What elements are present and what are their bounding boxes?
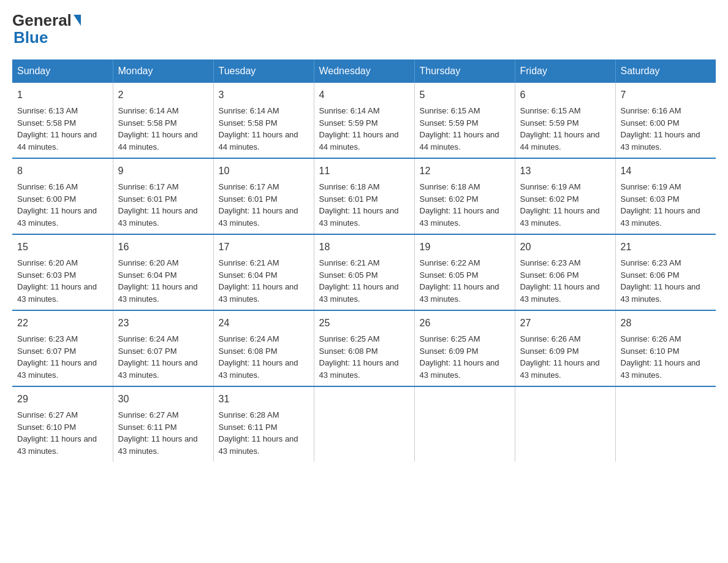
sunrise-info: Sunrise: 6:19 AM (621, 182, 681, 191)
sunset-info: Sunset: 6:05 PM (420, 270, 479, 280)
sunset-info: Sunset: 6:07 PM (118, 347, 177, 356)
calendar-cell: 4Sunrise: 6:14 AMSunset: 5:59 PMDaylight… (314, 83, 414, 158)
sunrise-info: Sunrise: 6:16 AM (17, 182, 78, 191)
day-number: 16 (118, 240, 208, 255)
sunrise-info: Sunrise: 6:26 AM (621, 334, 681, 343)
column-header-monday: Monday (113, 59, 213, 83)
sunset-info: Sunset: 5:59 PM (420, 118, 479, 128)
day-number: 19 (420, 240, 510, 255)
daylight-info: Daylight: 11 hours and 44 minutes. (219, 130, 298, 151)
day-number: 13 (520, 164, 610, 178)
sunrise-info: Sunrise: 6:16 AM (621, 106, 681, 115)
sunrise-info: Sunrise: 6:13 AM (17, 106, 78, 115)
daylight-info: Daylight: 11 hours and 43 minutes. (520, 358, 600, 380)
daylight-info: Daylight: 11 hours and 43 minutes. (621, 282, 700, 304)
calendar-cell: 28Sunrise: 6:26 AMSunset: 6:10 PMDayligh… (615, 310, 716, 386)
sunrise-info: Sunrise: 6:20 AM (17, 258, 78, 267)
calendar-cell (314, 386, 414, 462)
sunrise-info: Sunrise: 6:14 AM (219, 106, 279, 115)
sunset-info: Sunset: 5:59 PM (520, 118, 579, 128)
daylight-info: Daylight: 11 hours and 43 minutes. (17, 282, 97, 304)
day-number: 4 (319, 88, 409, 102)
sunset-info: Sunset: 6:02 PM (520, 194, 579, 204)
day-number: 21 (621, 240, 711, 255)
calendar-cell: 11Sunrise: 6:18 AMSunset: 6:01 PMDayligh… (314, 158, 414, 234)
sunset-info: Sunset: 5:58 PM (17, 118, 76, 128)
day-number: 23 (118, 316, 208, 331)
sunrise-info: Sunrise: 6:18 AM (319, 182, 380, 191)
sunrise-info: Sunrise: 6:15 AM (520, 106, 581, 115)
daylight-info: Daylight: 11 hours and 44 minutes. (17, 130, 97, 151)
calendar-cell: 2Sunrise: 6:14 AMSunset: 5:58 PMDaylight… (113, 83, 213, 158)
daylight-info: Daylight: 11 hours and 43 minutes. (621, 130, 700, 151)
day-number: 7 (621, 88, 711, 102)
day-number: 15 (17, 240, 108, 255)
day-number: 30 (118, 392, 208, 407)
daylight-info: Daylight: 11 hours and 43 minutes. (219, 434, 298, 456)
sunrise-info: Sunrise: 6:15 AM (420, 106, 480, 115)
sunrise-info: Sunrise: 6:26 AM (520, 334, 581, 343)
day-number: 27 (520, 316, 610, 331)
daylight-info: Daylight: 11 hours and 43 minutes. (621, 206, 700, 228)
sunrise-info: Sunrise: 6:25 AM (420, 334, 480, 343)
daylight-info: Daylight: 11 hours and 43 minutes. (17, 434, 97, 456)
calendar-cell: 17Sunrise: 6:21 AMSunset: 6:04 PMDayligh… (213, 234, 314, 310)
sunset-info: Sunset: 5:58 PM (219, 118, 278, 128)
sunset-info: Sunset: 6:01 PM (118, 194, 177, 204)
sunset-info: Sunset: 6:06 PM (520, 270, 579, 280)
day-number: 20 (520, 240, 610, 255)
sunrise-info: Sunrise: 6:17 AM (219, 182, 279, 191)
daylight-info: Daylight: 11 hours and 44 minutes. (520, 130, 600, 151)
column-header-thursday: Thursday (414, 59, 515, 83)
calendar-cell: 30Sunrise: 6:27 AMSunset: 6:11 PMDayligh… (113, 386, 213, 462)
daylight-info: Daylight: 11 hours and 43 minutes. (319, 358, 399, 380)
sunset-info: Sunset: 6:08 PM (219, 347, 278, 356)
sunrise-info: Sunrise: 6:27 AM (118, 410, 179, 419)
sunset-info: Sunset: 6:09 PM (520, 347, 579, 356)
daylight-info: Daylight: 11 hours and 43 minutes. (17, 206, 97, 228)
sunrise-info: Sunrise: 6:23 AM (520, 258, 581, 267)
daylight-info: Daylight: 11 hours and 43 minutes. (420, 358, 499, 380)
sunrise-info: Sunrise: 6:17 AM (118, 182, 179, 191)
sunset-info: Sunset: 6:06 PM (621, 270, 680, 280)
sunset-info: Sunset: 5:58 PM (118, 118, 177, 128)
day-number: 14 (621, 164, 711, 178)
calendar-cell: 25Sunrise: 6:25 AMSunset: 6:08 PMDayligh… (314, 310, 414, 386)
day-number: 3 (219, 88, 309, 102)
calendar-cell: 5Sunrise: 6:15 AMSunset: 5:59 PMDaylight… (414, 83, 515, 158)
calendar-cell: 19Sunrise: 6:22 AMSunset: 6:05 PMDayligh… (414, 234, 515, 310)
column-header-saturday: Saturday (615, 59, 716, 83)
day-number: 26 (420, 316, 510, 331)
logo-arrow-icon (74, 15, 81, 26)
sunset-info: Sunset: 6:01 PM (219, 194, 278, 204)
sunset-info: Sunset: 6:11 PM (219, 423, 278, 432)
sunset-info: Sunset: 6:00 PM (621, 118, 680, 128)
calendar-cell: 18Sunrise: 6:21 AMSunset: 6:05 PMDayligh… (314, 234, 414, 310)
calendar-cell: 31Sunrise: 6:28 AMSunset: 6:11 PMDayligh… (213, 386, 314, 462)
sunrise-info: Sunrise: 6:14 AM (319, 106, 380, 115)
week-row-1: 1Sunrise: 6:13 AMSunset: 5:58 PMDaylight… (12, 83, 716, 158)
logo-blue-text: Blue (13, 28, 48, 47)
header-row: SundayMondayTuesdayWednesdayThursdayFrid… (12, 59, 716, 83)
day-number: 29 (17, 392, 108, 407)
calendar-cell (414, 386, 515, 462)
daylight-info: Daylight: 11 hours and 43 minutes. (219, 206, 298, 228)
sunrise-info: Sunrise: 6:23 AM (17, 334, 78, 343)
calendar-cell: 8Sunrise: 6:16 AMSunset: 6:00 PMDaylight… (12, 158, 113, 234)
daylight-info: Daylight: 11 hours and 43 minutes. (520, 282, 600, 304)
sunset-info: Sunset: 6:05 PM (319, 270, 378, 280)
week-row-2: 8Sunrise: 6:16 AMSunset: 6:00 PMDaylight… (12, 158, 716, 234)
daylight-info: Daylight: 11 hours and 43 minutes. (17, 358, 97, 380)
day-number: 22 (17, 316, 108, 331)
column-header-wednesday: Wednesday (314, 59, 414, 83)
daylight-info: Daylight: 11 hours and 43 minutes. (621, 358, 700, 380)
calendar-table: SundayMondayTuesdayWednesdayThursdayFrid… (12, 59, 716, 462)
calendar-header: SundayMondayTuesdayWednesdayThursdayFrid… (12, 59, 716, 83)
sunset-info: Sunset: 6:10 PM (621, 347, 680, 356)
calendar-cell: 24Sunrise: 6:24 AMSunset: 6:08 PMDayligh… (213, 310, 314, 386)
day-number: 2 (118, 88, 208, 102)
calendar-cell: 26Sunrise: 6:25 AMSunset: 6:09 PMDayligh… (414, 310, 515, 386)
calendar-cell: 10Sunrise: 6:17 AMSunset: 6:01 PMDayligh… (213, 158, 314, 234)
day-number: 9 (118, 164, 208, 178)
week-row-5: 29Sunrise: 6:27 AMSunset: 6:10 PMDayligh… (12, 386, 716, 462)
